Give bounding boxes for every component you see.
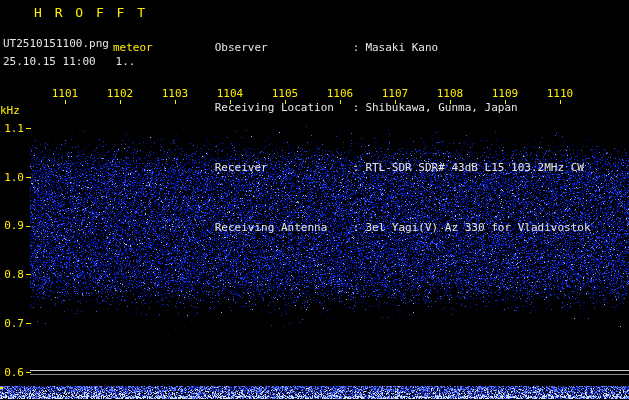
y-tick-label-1-0: 1.0 xyxy=(0,171,24,184)
x-tick-label-6: 1106 xyxy=(326,87,354,100)
meta-row-observer: Observer:Masaki Kano xyxy=(175,30,591,66)
meta-label-antenna: Receiving Antenna xyxy=(215,222,353,234)
meta-separator: : xyxy=(353,221,360,234)
meta-label-location: Receiving Location xyxy=(215,102,353,114)
x-tick-label-5: 1105 xyxy=(271,87,299,100)
x-tick-label-7: 1107 xyxy=(381,87,409,100)
meta-label-observer: Observer xyxy=(215,42,353,54)
y-tick-label-1-1: 1.1 xyxy=(0,122,24,135)
meta-row-antenna: Receiving Antenna:3el Yagi(V) Az 330 for… xyxy=(175,210,591,246)
meta-row-receiver: Receiver:RTL-SDR SDR# 43dB L15 103.2MHz … xyxy=(175,150,591,186)
x-tick-label-4: 1104 xyxy=(216,87,244,100)
x-tick-label-1: 1101 xyxy=(51,87,79,100)
meta-value-location: Shibukawa, Gunma, Japan xyxy=(365,101,517,114)
meta-value-antenna: 3el Yagi(V) Az 330 for Vladivostok xyxy=(365,221,590,234)
y-tick-label-0-8: 0.8 xyxy=(0,268,24,281)
meta-separator: : xyxy=(353,101,360,114)
y-tick-label-0-9: 0.9 xyxy=(0,219,24,232)
app-title: H R O F F T xyxy=(34,5,148,20)
x-tick-label-8: 1108 xyxy=(436,87,464,100)
x-tick-label-9: 1109 xyxy=(491,87,519,100)
output-filename: UT2510151100.png xyxy=(3,37,109,50)
x-tick-label-2: 1102 xyxy=(106,87,134,100)
mode-label: meteor xyxy=(113,41,153,54)
meta-separator: : xyxy=(353,41,360,54)
x-tick-label-3: 1103 xyxy=(161,87,189,100)
x-tick-label-10: 1110 xyxy=(546,87,574,100)
y-axis-unit-label: kHz xyxy=(0,104,20,117)
y-tick-label-0-7: 0.7 xyxy=(0,317,24,330)
meta-label-receiver: Receiver xyxy=(215,162,353,174)
meta-value-receiver: RTL-SDR SDR# 43dB L15 103.2MHz CW xyxy=(365,161,584,174)
datetime-label: 25.10.15 11:00 1.. xyxy=(3,55,135,68)
meta-separator: : xyxy=(353,161,360,174)
hrofft-output-window: H R O F F T UT2510151100.png meteor 25.1… xyxy=(0,0,629,400)
meta-value-observer: Masaki Kano xyxy=(365,41,438,54)
y-tick-label-0-6: 0.6 xyxy=(0,366,24,379)
metadata-block: Observer:Masaki Kano Receiving Location:… xyxy=(175,6,591,270)
